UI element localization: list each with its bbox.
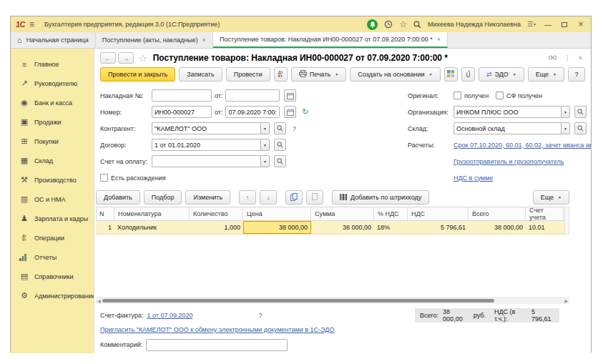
comment-input[interactable] — [146, 339, 288, 351]
sidebar-item-reports[interactable]: Отчеты — [11, 247, 94, 267]
sidebar-item-warehouse[interactable]: ▦Склад — [11, 151, 94, 170]
cell-vat[interactable]: 5 796,61 — [408, 221, 469, 234]
favorite-star-icon[interactable]: ☆ — [139, 53, 147, 64]
invoice-date-input[interactable] — [225, 89, 280, 102]
sf-received-checkbox[interactable] — [496, 92, 504, 99]
history-clock-icon[interactable] — [384, 20, 393, 29]
sidebar-item-administration[interactable]: ⚙Администрирование — [11, 286, 94, 305]
horizontal-scrollbar[interactable]: ◀ ▶ — [96, 297, 569, 304]
restore-button[interactable] — [559, 21, 569, 29]
original-received-checkbox[interactable] — [454, 92, 461, 99]
open-warehouse-icon[interactable] — [574, 122, 587, 134]
notifications-bell-icon[interactable] — [367, 19, 378, 30]
hamburger-menu-icon[interactable]: ≡ — [29, 19, 34, 29]
chevron-down-icon[interactable]: ▼ — [561, 106, 570, 118]
add-row-button[interactable]: Добавить — [96, 190, 140, 205]
cell-price-selected[interactable]: 38 000,00 — [243, 221, 311, 234]
organization-input[interactable] — [454, 106, 561, 118]
chevron-down-icon[interactable]: ▼ — [260, 122, 270, 134]
sidebar-item-sales[interactable]: ▣Продажи — [11, 112, 94, 132]
col-vat[interactable]: НДС — [408, 207, 469, 220]
invoice-help-link[interactable]: ? — [258, 312, 262, 319]
tab-home[interactable]: ⌂ Начальная страница — [11, 32, 96, 48]
chevron-down-icon[interactable]: ▼ — [561, 122, 570, 134]
edo-button[interactable]: ⇄ЭДО▼ — [479, 67, 524, 82]
chevron-down-icon[interactable]: ▼ — [260, 155, 270, 167]
more-dots-icon[interactable]: ⋮ — [564, 54, 571, 62]
scroll-right-icon[interactable]: ▶ — [564, 298, 568, 303]
related-documents-button[interactable] — [444, 67, 458, 82]
consignor-consignee-link[interactable]: Грузоотправитель и грузополучатель — [454, 158, 564, 165]
print-button[interactable]: Печать▼ — [291, 67, 346, 82]
col-vat-percent[interactable]: % НДС — [374, 207, 408, 220]
pick-button[interactable]: Подбор — [144, 190, 182, 205]
col-total[interactable]: Всего — [469, 207, 526, 220]
col-amount[interactable]: Сумма — [311, 207, 374, 220]
open-contract-icon[interactable] — [274, 139, 286, 151]
change-button[interactable]: Изменить — [185, 190, 230, 205]
open-counterparty-icon[interactable] — [274, 122, 286, 134]
save-button[interactable]: Записать — [179, 67, 222, 82]
col-nomenclature[interactable]: Номенклатура — [114, 207, 190, 220]
invoice-factura-link[interactable]: 1 от 07.09.2020 — [147, 312, 193, 319]
invoice-no-input[interactable] — [152, 89, 212, 102]
sidebar-item-operations[interactable]: ДтКтОперации — [11, 228, 94, 247]
vat-in-amount-link[interactable]: НДС в сумме — [454, 174, 493, 182]
refresh-number-icon[interactable]: ↻ — [302, 107, 308, 117]
show-postings-dtkt-button[interactable]: ДтКт — [274, 67, 288, 82]
col-account[interactable]: Счет учета — [526, 207, 564, 220]
calendar-icon[interactable] — [284, 89, 296, 102]
tab-receipts-list[interactable]: Поступление (акты, накладные) × — [96, 32, 213, 48]
sidebar-item-purchases[interactable]: ⊞Покупки — [11, 132, 94, 151]
delete-row-button[interactable] — [306, 190, 323, 205]
calendar-icon[interactable] — [284, 106, 296, 118]
add-by-barcode-button[interactable]: Добавить по штрихкоду — [332, 190, 429, 205]
open-payment-invoice-icon[interactable] — [274, 155, 286, 167]
col-n[interactable]: N — [96, 207, 114, 220]
sidebar-item-bank-cash[interactable]: ◉Банк и касса — [11, 93, 94, 112]
number-input[interactable] — [152, 106, 212, 118]
minimize-button[interactable]: — — [543, 21, 553, 29]
cell-quantity[interactable]: 1,000 — [190, 221, 243, 234]
scrollbar-thumb[interactable] — [102, 299, 494, 302]
copy-row-button[interactable] — [285, 190, 303, 205]
sidebar-item-salary-hr[interactable]: ♟Зарплата и кадры — [11, 209, 94, 228]
close-document-icon[interactable]: × — [579, 54, 582, 62]
cell-amount[interactable]: 38 000,00 — [311, 221, 374, 234]
help-button[interactable]: ? — [568, 67, 585, 82]
sidebar-item-manager[interactable]: ↗Руководителю — [11, 74, 94, 93]
sidebar-item-directories[interactable]: ▤Справочники — [11, 267, 94, 286]
get-link-icon[interactable] — [549, 54, 557, 62]
payment-invoice-input[interactable] — [152, 155, 260, 167]
date-input[interactable] — [225, 106, 280, 118]
forward-button[interactable]: → — [118, 52, 134, 64]
table-row[interactable]: 1 Холодильник 1,000 38 000,00 38 000,00 … — [96, 221, 564, 235]
more-button[interactable]: Еще▼ — [528, 67, 564, 82]
tab-close-icon[interactable]: × — [202, 36, 206, 44]
counterparty-check-link[interactable]: ? — [293, 125, 296, 132]
tab-goods-receipt-document[interactable]: Поступление товаров: Накладная ИН00-0000… — [213, 32, 448, 48]
open-organization-icon[interactable] — [574, 106, 587, 118]
tab-close-icon[interactable]: × — [437, 36, 441, 43]
sidebar-item-main[interactable]: ≡Главное — [11, 54, 94, 74]
vertical-scrollbar[interactable] — [564, 207, 569, 235]
main-menu-icon[interactable]: ☰▼ — [527, 21, 536, 28]
items-more-button[interactable]: Еще▼ — [533, 190, 569, 205]
search-icon[interactable] — [413, 21, 421, 29]
col-quantity[interactable]: Количество — [190, 207, 243, 220]
post-button[interactable]: Провести — [226, 67, 270, 82]
cell-vat-percent[interactable]: 18% — [374, 221, 408, 234]
move-up-button[interactable]: ↑ — [239, 190, 256, 205]
scroll-left-icon[interactable]: ◀ — [97, 298, 101, 303]
favorites-star-icon[interactable]: ☆ — [399, 19, 407, 29]
post-and-close-button[interactable]: Провести и закрыть — [100, 67, 175, 82]
close-window-button[interactable]: × — [576, 19, 586, 29]
move-down-button[interactable]: ↓ — [260, 190, 277, 205]
counterparty-input[interactable] — [152, 122, 260, 134]
sidebar-item-fixed-assets[interactable]: ▥ОС и НМА — [11, 190, 94, 209]
cell-total[interactable]: 38 000,00 — [469, 221, 526, 234]
discrepancies-checkbox[interactable] — [100, 174, 108, 182]
col-price[interactable]: Цена — [243, 207, 311, 220]
settlements-link[interactable]: Срок 07.10.2020, 60.01, 60.02, зачет ава… — [454, 142, 591, 149]
attachments-button[interactable] — [461, 67, 475, 82]
